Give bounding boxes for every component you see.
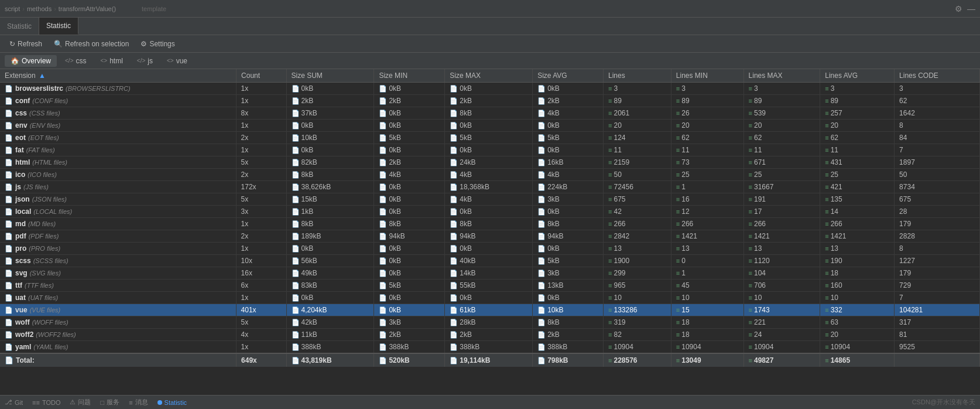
status-issues[interactable]: ⚠ 问题 bbox=[70, 398, 91, 407]
tab-statistic-2[interactable]: Statistic bbox=[39, 18, 78, 35]
table-row[interactable]: 📄conf(CONF files)1x📄2kB📄2kB📄2kB📄2kB≡89≡8… bbox=[0, 95, 980, 107]
table-row[interactable]: 📄env(ENV files)1x📄0kB📄0kB📄0kB📄0kB≡20≡20≡… bbox=[0, 120, 980, 132]
size-icon: 📄 bbox=[537, 159, 546, 166]
file-tab-html[interactable]: <> html bbox=[94, 55, 128, 67]
table-row[interactable]: 📄scss(SCSS files)10x📄56kB📄0kB📄40kB📄5kB≡1… bbox=[0, 255, 980, 267]
watermark: CSDN@开水没有冬天 bbox=[912, 398, 975, 407]
cell-lines-min: ≡1 bbox=[671, 267, 743, 280]
col-size-max[interactable]: Size MAX bbox=[445, 69, 533, 83]
table-row[interactable]: 📄svg(SVG files)16x📄49kB📄0kB📄14kB📄3kB≡299… bbox=[0, 267, 980, 280]
table-row[interactable]: 📄css(CSS files)8x📄37kB📄0kB📄8kB📄4kB≡2061≡… bbox=[0, 107, 980, 120]
statistic-dot bbox=[157, 400, 162, 405]
lines-icon: ≡ bbox=[608, 220, 612, 227]
table-row[interactable]: 📄vue(VUE files)401x📄4,204kB📄0kB📄61kB📄10k… bbox=[0, 304, 980, 316]
table-row[interactable]: 📄local(LOCAL files)3x📄1kB📄0kB📄0kB📄0kB≡42… bbox=[0, 206, 980, 218]
cell-size-sum: 📄2kB bbox=[286, 95, 374, 107]
col-lines-max[interactable]: Lines MAX bbox=[743, 69, 820, 83]
refresh-button[interactable]: ↻ Refresh bbox=[5, 38, 47, 50]
col-size-avg[interactable]: Size AVG bbox=[533, 69, 604, 83]
refresh-selection-button[interactable]: 🔍 Refresh on selection bbox=[49, 38, 133, 50]
file-tab-vue[interactable]: <> vue bbox=[161, 55, 193, 67]
file-tab-overview[interactable]: 🏠 Overview bbox=[5, 55, 57, 67]
size-icon: 📄 bbox=[537, 171, 546, 178]
settings-button[interactable]: ⚙ Settings bbox=[136, 38, 179, 50]
cell-lines-max: ≡20 bbox=[743, 120, 820, 132]
table-row[interactable]: 📄ico(ICO files)2x📄8kB📄4kB📄4kB📄4kB≡50≡25≡… bbox=[0, 169, 980, 181]
size-icon: 📄 bbox=[537, 270, 546, 277]
col-lines-avg[interactable]: Lines AVG bbox=[820, 69, 895, 83]
cell-size-sum: 📄38,626kB bbox=[286, 181, 374, 193]
col-size-sum[interactable]: Size SUM bbox=[286, 69, 374, 83]
cell-lines-min: ≡266 bbox=[671, 218, 743, 230]
status-services[interactable]: □ 服务 bbox=[100, 398, 119, 407]
size-icon: 📄 bbox=[450, 134, 458, 141]
total-file-icon: 📄 bbox=[5, 356, 13, 364]
cell-lines-code: 7 bbox=[895, 292, 980, 304]
col-lines-code[interactable]: Lines CODE bbox=[895, 69, 980, 83]
size-icon: 📄 bbox=[450, 171, 458, 178]
lines-icon: ≡ bbox=[608, 343, 612, 350]
col-count[interactable]: Count bbox=[237, 69, 286, 83]
col-extension[interactable]: Extension ▲ bbox=[0, 69, 237, 83]
cell-size-min: 📄94kB bbox=[374, 230, 445, 243]
table-row[interactable]: 📄yaml(YAML files)1x📄388kB📄388kB📄388kB📄38… bbox=[0, 341, 980, 354]
table-row[interactable]: 📄fat(FAT files)1x📄0kB📄0kB📄0kB📄0kB≡11≡11≡… bbox=[0, 144, 980, 156]
settings-icon[interactable]: ⚙ bbox=[955, 4, 962, 13]
table-row[interactable]: 📄ttf(TTF files)6x📄83kB📄5kB📄55kB📄13kB≡965… bbox=[0, 280, 980, 292]
cell-size-sum: 📄0kB bbox=[286, 83, 374, 95]
refresh-selection-icon: 🔍 bbox=[54, 40, 63, 48]
status-git[interactable]: ⎇ Git bbox=[5, 398, 23, 406]
table-container[interactable]: Extension ▲ Count Size SUM Size MIN Size… bbox=[0, 69, 980, 395]
size-icon: 📄 bbox=[537, 208, 546, 215]
table-row[interactable]: 📄woff2(WOFF2 files)4x📄11kB📄2kB📄2kB📄2kB≡8… bbox=[0, 329, 980, 341]
cell-lines-max: ≡13 bbox=[743, 243, 820, 255]
code-icon-vue: <> bbox=[167, 57, 174, 64]
cell-lines-code: 8 bbox=[895, 120, 980, 132]
table-row[interactable]: 📄uat(UAT files)1x📄0kB📄0kB📄0kB📄0kB≡10≡10≡… bbox=[0, 292, 980, 304]
total-lines-icon: ≡ bbox=[608, 357, 612, 364]
cell-lines: ≡2159 bbox=[604, 156, 671, 169]
table-row[interactable]: 📄html(HTML files)5x📄82kB📄2kB📄24kB📄16kB≡2… bbox=[0, 156, 980, 169]
file-tab-css[interactable]: </> css bbox=[59, 55, 92, 67]
table-row[interactable]: 📄pro(PRO files)1x📄0kB📄0kB📄0kB📄0kB≡13≡13≡… bbox=[0, 243, 980, 255]
cell-lines: ≡10 bbox=[604, 292, 671, 304]
status-todo[interactable]: ≡≡ TODO bbox=[32, 399, 60, 406]
size-icon: 📄 bbox=[379, 97, 387, 104]
lines-icon: ≡ bbox=[676, 134, 680, 141]
cell-lines-min: ≡18 bbox=[671, 316, 743, 329]
file-tab-js[interactable]: </> js bbox=[131, 55, 159, 67]
cell-size-max: 📄0kB bbox=[445, 243, 533, 255]
tab-statistic-1[interactable]: Statistic bbox=[0, 18, 39, 35]
cell-count: 401x bbox=[237, 304, 286, 316]
table-row[interactable]: 📄md(MD files)1x📄8kB📄8kB📄8kB📄8kB≡266≡266≡… bbox=[0, 218, 980, 230]
status-messages[interactable]: ≡ 消息 bbox=[129, 398, 148, 407]
size-icon: 📄 bbox=[379, 134, 387, 141]
col-lines[interactable]: Lines bbox=[604, 69, 671, 83]
git-icon: ⎇ bbox=[5, 398, 12, 406]
minimize-icon[interactable]: — bbox=[967, 4, 975, 13]
size-icon: 📄 bbox=[450, 306, 458, 313]
cell-size-min: 📄0kB bbox=[374, 206, 445, 218]
lines-icon: ≡ bbox=[676, 208, 680, 215]
lines-icon: ≡ bbox=[676, 245, 680, 252]
total-cell-7: ≡13049 bbox=[671, 353, 743, 367]
cell-lines-code: 729 bbox=[895, 280, 980, 292]
table-row[interactable]: 📄js(JS files)172x📄38,626kB📄0kB📄18,368kB📄… bbox=[0, 181, 980, 193]
cell-size-sum: 📄83kB bbox=[286, 280, 374, 292]
col-lines-min[interactable]: Lines MIN bbox=[671, 69, 743, 83]
col-size-min[interactable]: Size MIN bbox=[374, 69, 445, 83]
breadcrumb-method: transformAttrValue() bbox=[59, 5, 116, 12]
cell-size-max: 📄55kB bbox=[445, 280, 533, 292]
cell-lines: ≡13 bbox=[604, 243, 671, 255]
status-git-label: Git bbox=[15, 399, 23, 406]
table-row[interactable]: 📄browserslistrc(BROWSERSLISTRC)1x📄0kB📄0k… bbox=[0, 83, 980, 95]
table-row[interactable]: 📄eot(EOT files)2x📄10kB📄5kB📄5kB📄5kB≡124≡6… bbox=[0, 132, 980, 144]
status-statistic[interactable]: Statistic bbox=[157, 399, 187, 406]
table-row[interactable]: 📄woff(WOFF files)5x📄42kB📄3kB📄28kB📄8kB≡31… bbox=[0, 316, 980, 329]
status-issues-label: 问题 bbox=[78, 398, 91, 407]
lines-icon: ≡ bbox=[825, 171, 828, 178]
cell-count: 1x bbox=[237, 83, 286, 95]
table-row[interactable]: 📄pdf(PDF files)2x📄189kB📄94kB📄94kB📄94kB≡2… bbox=[0, 230, 980, 243]
table-row[interactable]: 📄json(JSON files)5x📄15kB📄0kB📄4kB📄3kB≡675… bbox=[0, 193, 980, 206]
file-icon: 📄 bbox=[5, 196, 13, 203]
